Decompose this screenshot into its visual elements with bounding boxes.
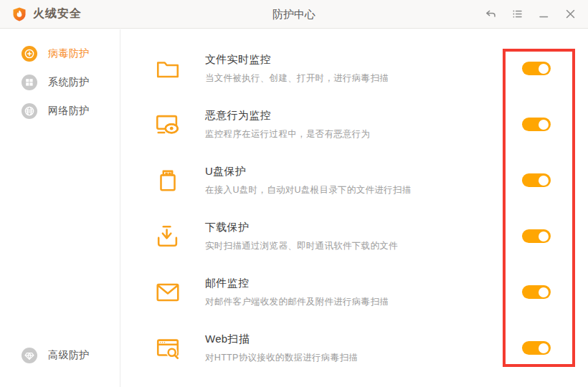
- item-title: U盘保护: [205, 165, 411, 178]
- toggle-usb-protection[interactable]: [522, 173, 551, 187]
- undo-icon[interactable]: [484, 8, 497, 21]
- item-description: 对HTTP协议接收的数据进行病毒扫描: [205, 352, 358, 364]
- sidebar-item-label: 系统防护: [48, 76, 90, 89]
- item-description: 监控程序在运行过程中，是否有恶意行为: [205, 128, 370, 140]
- toggle-knob: [539, 120, 549, 130]
- list-item-mail-monitor: 邮件监控 对邮件客户端收发的邮件及附件进行病毒扫描: [121, 264, 588, 320]
- item-title: 下载保护: [205, 221, 398, 234]
- virus-protection-icon: [22, 46, 37, 62]
- titlebar-actions: [484, 8, 577, 21]
- list-item-web-scan: Web扫描 对HTTP协议接收的数据进行病毒扫描: [121, 320, 588, 376]
- toggle-behavior-monitor[interactable]: [522, 118, 551, 131]
- protection-list: 文件实时监控 当文件被执行、创建、打开时，进行病毒扫描 恶意行为监控 监控程序在…: [121, 29, 588, 387]
- app-brand: 火绒安全: [11, 6, 82, 22]
- minimize-icon[interactable]: [537, 8, 550, 21]
- sidebar-item-network-protection[interactable]: 网络防护: [0, 97, 120, 125]
- toggle-knob: [539, 287, 549, 297]
- mail-icon: [154, 279, 181, 306]
- item-title: 文件实时监控: [205, 53, 389, 67]
- sidebar-item-label: 网络防护: [48, 105, 90, 118]
- item-description: 实时扫描通过浏览器、即时通讯软件下载的文件: [205, 240, 398, 252]
- sidebar-item-virus-protection[interactable]: 病毒防护: [0, 39, 120, 68]
- sidebar: 病毒防护 系统防护 网络防护: [0, 29, 120, 387]
- list-item-file-realtime-monitor: 文件实时监控 当文件被执行、创建、打开时，进行病毒扫描: [121, 41, 588, 97]
- toggle-web-scan[interactable]: [522, 341, 551, 355]
- sidebar-item-advanced-protection[interactable]: 高级防护: [0, 341, 120, 370]
- toggle-knob: [539, 176, 549, 186]
- close-icon[interactable]: [564, 8, 577, 21]
- sidebar-item-system-protection[interactable]: 系统防护: [0, 68, 120, 97]
- item-title: 恶意行为监控: [205, 109, 370, 123]
- behavior-monitor-icon: [154, 111, 181, 138]
- toggle-download-protection[interactable]: [522, 229, 551, 243]
- item-description: 对邮件客户端收发的邮件及附件进行病毒扫描: [205, 296, 389, 308]
- usb-drive-icon: [154, 167, 181, 194]
- list-item-behavior-monitor: 恶意行为监控 监控程序在运行过程中，是否有恶意行为: [121, 97, 588, 153]
- huorong-logo-icon: [11, 6, 27, 22]
- app-brand-name: 火绒安全: [33, 6, 82, 22]
- list-item-download-protection: 下载保护 实时扫描通过浏览器、即时通讯软件下载的文件: [121, 209, 588, 264]
- advanced-protection-icon: [22, 348, 37, 363]
- web-scan-icon: [154, 335, 181, 362]
- toggle-knob: [539, 343, 549, 353]
- toggle-knob: [539, 64, 549, 74]
- sidebar-item-label: 高级防护: [48, 349, 90, 362]
- item-description: 在接入U盘时，自动对U盘根目录下的文件进行扫描: [205, 184, 411, 196]
- sidebar-item-label: 病毒防护: [48, 47, 90, 60]
- system-protection-icon: [22, 75, 37, 90]
- titlebar: 火绒安全 防护中心: [0, 0, 588, 29]
- menu-list-icon[interactable]: [511, 8, 523, 21]
- network-protection-icon: [22, 103, 37, 119]
- folder-icon: [154, 55, 181, 82]
- download-icon: [154, 223, 181, 250]
- list-item-usb-protection: U盘保护 在接入U盘时，自动对U盘根目录下的文件进行扫描: [121, 153, 588, 209]
- toggle-file-realtime-monitor[interactable]: [522, 62, 551, 75]
- toggle-mail-monitor[interactable]: [522, 285, 551, 299]
- item-description: 当文件被执行、创建、打开时，进行病毒扫描: [205, 72, 389, 85]
- app-window: 火绒安全 防护中心: [0, 0, 588, 387]
- item-title: 邮件监控: [205, 277, 389, 290]
- item-title: Web扫描: [205, 333, 358, 346]
- toggle-knob: [539, 231, 549, 242]
